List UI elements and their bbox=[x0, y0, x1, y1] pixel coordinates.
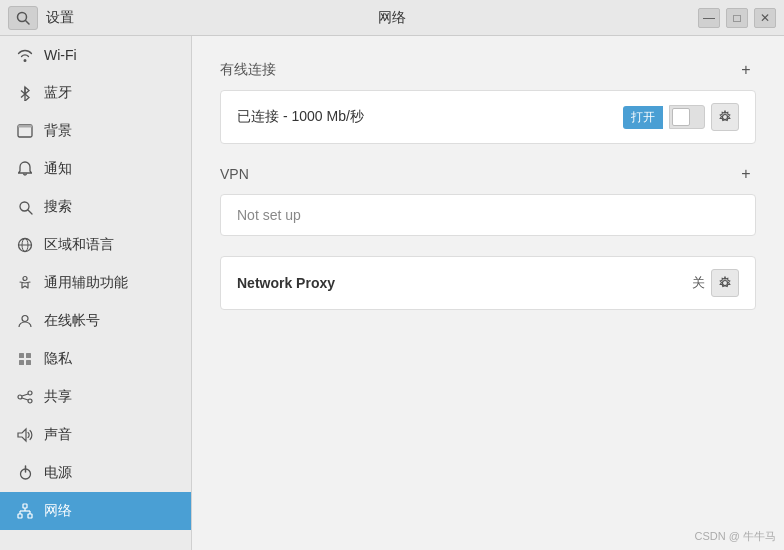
window-controls: — □ ✕ bbox=[698, 8, 776, 28]
wired-section-title: 有线连接 bbox=[220, 61, 276, 79]
wifi-icon bbox=[16, 46, 34, 64]
bluetooth-icon bbox=[16, 84, 34, 102]
svg-point-19 bbox=[18, 395, 22, 399]
vpn-not-setup-label: Not set up bbox=[237, 207, 301, 223]
wired-connection-label: 已连接 - 1000 Mb/秒 bbox=[237, 108, 364, 126]
main-layout: Wi-Fi 蓝牙 背景 bbox=[0, 36, 784, 550]
sidebar-item-account[interactable]: 在线帐号 bbox=[0, 302, 191, 340]
proxy-gear-button[interactable] bbox=[711, 269, 739, 297]
proxy-actions: 关 bbox=[692, 269, 739, 297]
account-icon bbox=[16, 312, 34, 330]
wired-gear-button[interactable] bbox=[711, 103, 739, 131]
proxy-title-label: Network Proxy bbox=[237, 275, 335, 291]
svg-rect-27 bbox=[18, 514, 22, 518]
proxy-gear-icon bbox=[718, 276, 732, 290]
svg-rect-15 bbox=[26, 353, 31, 358]
sidebar-item-network[interactable]: 网络 bbox=[0, 492, 191, 530]
sound-icon bbox=[16, 426, 34, 444]
vpn-not-setup-card: Not set up bbox=[220, 194, 756, 236]
search-icon bbox=[16, 11, 30, 25]
content-area: 有线连接 + 已连接 - 1000 Mb/秒 打开 bbox=[192, 36, 784, 550]
sidebar-item-bluetooth[interactable]: 蓝牙 bbox=[0, 74, 191, 112]
wired-gear-icon bbox=[718, 110, 732, 124]
sidebar-item-accessibility-label: 通用辅助功能 bbox=[44, 274, 128, 292]
sidebar-item-privacy[interactable]: 隐私 bbox=[0, 340, 191, 378]
sidebar-item-background-label: 背景 bbox=[44, 122, 72, 140]
sidebar-item-wifi[interactable]: Wi-Fi bbox=[0, 36, 191, 74]
titlebar-network-label: 网络 bbox=[378, 9, 406, 27]
sharing-icon bbox=[16, 388, 34, 406]
svg-line-22 bbox=[22, 398, 28, 400]
maximize-button[interactable]: □ bbox=[726, 8, 748, 28]
close-button[interactable]: ✕ bbox=[754, 8, 776, 28]
watermark: CSDN @ 牛牛马 bbox=[695, 529, 776, 544]
sidebar-item-sharing-label: 共享 bbox=[44, 388, 72, 406]
svg-point-34 bbox=[723, 281, 728, 286]
settings-label: 设置 bbox=[46, 9, 74, 27]
svg-point-18 bbox=[28, 391, 32, 395]
sidebar-item-privacy-label: 隐私 bbox=[44, 350, 72, 368]
svg-point-33 bbox=[723, 115, 728, 120]
minimize-button[interactable]: — bbox=[698, 8, 720, 28]
svg-rect-16 bbox=[19, 360, 24, 365]
search-sidebar-icon bbox=[16, 198, 34, 216]
accessibility-icon bbox=[16, 274, 34, 292]
proxy-off-label: 关 bbox=[692, 274, 705, 292]
svg-point-12 bbox=[23, 277, 27, 281]
sidebar-item-notifications[interactable]: 通知 bbox=[0, 150, 191, 188]
notifications-icon bbox=[16, 160, 34, 178]
svg-rect-26 bbox=[23, 504, 27, 508]
sidebar-item-accessibility[interactable]: 通用辅助功能 bbox=[0, 264, 191, 302]
svg-line-8 bbox=[28, 210, 32, 214]
sidebar-item-sharing[interactable]: 共享 bbox=[0, 378, 191, 416]
power-icon bbox=[16, 464, 34, 482]
toggle-on-button[interactable]: 打开 bbox=[623, 106, 663, 129]
sidebar-item-account-label: 在线帐号 bbox=[44, 312, 100, 330]
search-button[interactable] bbox=[8, 6, 38, 30]
region-icon bbox=[16, 236, 34, 254]
svg-rect-14 bbox=[19, 353, 24, 358]
vpn-add-button[interactable]: + bbox=[736, 164, 756, 184]
vpn-section-title: VPN bbox=[220, 166, 249, 182]
svg-line-21 bbox=[22, 394, 28, 396]
background-icon bbox=[16, 122, 34, 140]
wired-connection-card: 已连接 - 1000 Mb/秒 打开 bbox=[220, 90, 756, 144]
wired-section: 有线连接 + 已连接 - 1000 Mb/秒 打开 bbox=[220, 60, 756, 144]
svg-point-13 bbox=[22, 316, 28, 322]
toggle-thumb bbox=[672, 108, 690, 126]
sidebar-item-region-label: 区域和语言 bbox=[44, 236, 114, 254]
sidebar-item-power-label: 电源 bbox=[44, 464, 72, 482]
proxy-section: Network Proxy 关 bbox=[220, 256, 756, 310]
svg-marker-23 bbox=[18, 429, 26, 441]
sidebar-item-notifications-label: 通知 bbox=[44, 160, 72, 178]
sidebar-item-region[interactable]: 区域和语言 bbox=[0, 226, 191, 264]
toggle-slider[interactable] bbox=[669, 105, 705, 129]
svg-point-20 bbox=[28, 399, 32, 403]
privacy-icon bbox=[16, 350, 34, 368]
sidebar-item-background[interactable]: 背景 bbox=[0, 112, 191, 150]
wired-card-actions: 打开 bbox=[623, 103, 739, 131]
sidebar: Wi-Fi 蓝牙 背景 bbox=[0, 36, 192, 550]
sidebar-item-sound-label: 声音 bbox=[44, 426, 72, 444]
vpn-section: VPN + Not set up bbox=[220, 164, 756, 236]
sidebar-item-search-label: 搜索 bbox=[44, 198, 72, 216]
sidebar-item-bluetooth-label: 蓝牙 bbox=[44, 84, 72, 102]
sidebar-item-sound[interactable]: 声音 bbox=[0, 416, 191, 454]
proxy-card: Network Proxy 关 bbox=[220, 256, 756, 310]
wired-add-button[interactable]: + bbox=[736, 60, 756, 80]
titlebar: 设置 网络 — □ ✕ bbox=[0, 0, 784, 36]
svg-rect-17 bbox=[26, 360, 31, 365]
network-icon bbox=[16, 502, 34, 520]
svg-rect-6 bbox=[18, 125, 32, 128]
sidebar-item-search[interactable]: 搜索 bbox=[0, 188, 191, 226]
vpn-section-header: VPN + bbox=[220, 164, 756, 184]
sidebar-item-network-label: 网络 bbox=[44, 502, 72, 520]
sidebar-item-wifi-label: Wi-Fi bbox=[44, 47, 77, 63]
svg-rect-28 bbox=[28, 514, 32, 518]
wired-section-header: 有线连接 + bbox=[220, 60, 756, 80]
sidebar-item-power[interactable]: 电源 bbox=[0, 454, 191, 492]
svg-line-1 bbox=[26, 20, 30, 24]
